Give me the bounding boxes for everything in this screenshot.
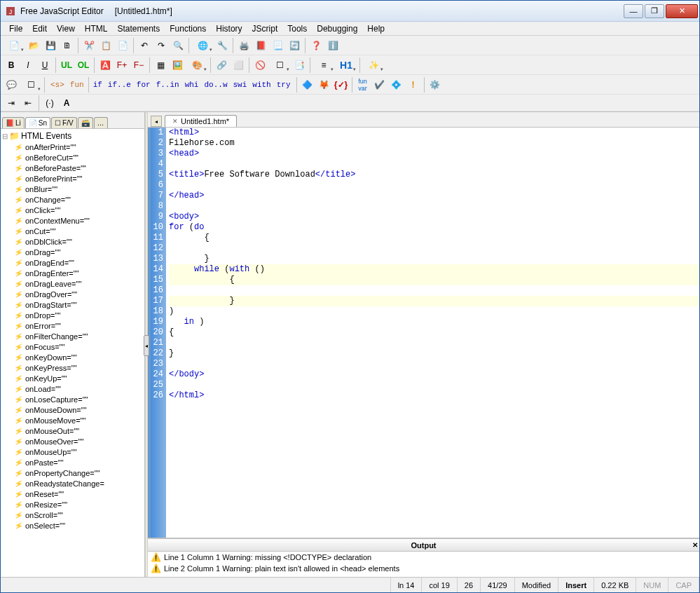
snippet-if[interactable]: if [90, 81, 105, 89]
menu-jscript[interactable]: JScript [248, 23, 282, 34]
sidetab-fv[interactable]: ☐ F/V [51, 117, 77, 128]
close-button[interactable]: ✕ [666, 4, 698, 18]
tree-item[interactable]: ⚡onBlur="" [2, 184, 143, 194]
tree-item[interactable]: ⚡onDragEnter="" [2, 268, 143, 278]
code-line[interactable]: { [169, 233, 699, 243]
tree-item[interactable]: ⚡onAfterPrint="" [2, 142, 143, 152]
save-all-button[interactable]: 🗎 [60, 38, 75, 53]
code-line[interactable]: <head> [169, 149, 699, 159]
sidetab-sn[interactable]: 📄 Sn [25, 117, 50, 128]
code-line[interactable]: for (do [169, 222, 699, 233]
code-line[interactable] [169, 180, 699, 191]
menu-functions[interactable]: Functions [165, 23, 210, 34]
snippet-try[interactable]: try [274, 81, 294, 89]
tree-item[interactable]: ⚡onDblClick="" [2, 236, 143, 247]
tree-item[interactable]: ⚡onMouseMove="" [2, 415, 143, 425]
noscript-button[interactable]: 🚫 [252, 57, 268, 73]
underline-button[interactable]: U [37, 57, 53, 73]
menu-help[interactable]: Help [363, 23, 389, 34]
tree-item[interactable]: ⚡onDrag="" [2, 247, 143, 257]
code-line[interactable]: <body> [169, 212, 699, 222]
link-button[interactable]: 🔗 [214, 57, 229, 73]
menu-view[interactable]: View [53, 23, 79, 34]
menu-file[interactable]: File [5, 23, 27, 34]
tree-item[interactable]: ⚡onMouseOut="" [2, 425, 143, 436]
code-line[interactable]: } [169, 296, 699, 306]
open-file-button[interactable]: 📂 [26, 38, 41, 53]
tree-item[interactable]: ⚡onDragOver="" [2, 289, 143, 299]
code-line[interactable]: <html> [169, 128, 699, 138]
anchor-button[interactable]: ⬜ [231, 57, 246, 73]
tree-item[interactable]: ⚡onPropertyChange="" [2, 468, 143, 478]
tree-item[interactable]: ⚡onKeyPress="" [2, 362, 143, 373]
redo-button[interactable]: ↷ [153, 38, 169, 53]
form-button[interactable]: 📑 [291, 57, 307, 73]
tree-item[interactable]: ⚡onResize="" [2, 499, 143, 510]
snippet-fin[interactable]: f..in [153, 81, 182, 89]
ul-button[interactable]: UL [59, 57, 74, 73]
tree-item[interactable]: ⚡onPaste="" [2, 457, 143, 468]
code-line[interactable]: in ) [169, 317, 699, 327]
tree-item[interactable]: ⚡onMouseOver="" [2, 436, 143, 447]
var-button[interactable]: funvar [355, 77, 371, 93]
tree-item[interactable]: ⚡onScroll="" [2, 510, 143, 520]
page-button[interactable]: 📃 [270, 38, 285, 53]
wand-button[interactable]: ✨ [363, 57, 384, 73]
new-file-button[interactable]: 📄 [4, 38, 25, 53]
output-panel[interactable]: ⚠️ Line 1 Column 1 Warning: missing <!DO… [148, 552, 699, 577]
code-line[interactable] [169, 201, 699, 212]
tree-item[interactable]: ⚡onBeforeCut="" [2, 152, 143, 163]
tree-item[interactable]: ⚡onMouseDown="" [2, 404, 143, 415]
print-button[interactable]: 🖨️ [236, 38, 252, 53]
code-line[interactable]: } [169, 254, 699, 264]
copy-button[interactable]: 📋 [98, 38, 114, 53]
snippet-s[interactable]: <s> [48, 81, 67, 89]
code-line[interactable]: } [169, 348, 699, 359]
info-button[interactable]: ℹ️ [325, 38, 341, 53]
doc-tab[interactable]: ✕ Untitled1.htm* [165, 115, 237, 127]
tree-view[interactable]: ⊟ 📁 HTML Events ⚡onAfterPrint=""⚡onBefor… [1, 129, 144, 577]
code-line[interactable] [169, 338, 699, 348]
check-button[interactable]: ✔️ [372, 77, 387, 93]
menu-history[interactable]: History [212, 23, 246, 34]
output-line[interactable]: ⚠️ Line 1 Column 1 Warning: missing <!DO… [148, 552, 699, 563]
refresh-button[interactable]: 🔄 [287, 38, 302, 53]
menu-statements[interactable]: Statements [114, 23, 165, 34]
book-button[interactable]: 📕 [253, 38, 268, 53]
tree-item[interactable]: ⚡onDrop="" [2, 310, 143, 320]
snippet-for[interactable]: for [134, 81, 153, 89]
tree-item[interactable]: ⚡onError="" [2, 320, 143, 331]
tree-item[interactable]: ⚡onClick="" [2, 205, 143, 215]
sidetab-db[interactable]: 🗃️ [78, 117, 93, 128]
splitter[interactable]: ◂ [145, 112, 148, 577]
code-line[interactable]: ) [169, 306, 699, 317]
warn-button[interactable]: ! [406, 77, 421, 93]
code-line[interactable] [169, 159, 699, 170]
brackets-button[interactable]: (·) [42, 95, 57, 111]
close-tab-icon[interactable]: ✕ [172, 118, 178, 125]
snippet-swi[interactable]: swi [231, 81, 250, 89]
tree-item[interactable]: ⚡onBeforePrint="" [2, 173, 143, 184]
code-line[interactable]: while (with () [169, 264, 699, 275]
indent-button[interactable]: ⇥ [4, 95, 19, 111]
tree-item[interactable]: ⚡onDragEnd="" [2, 257, 143, 268]
snippet-ife[interactable]: if..e [105, 81, 134, 89]
snippet-whi[interactable]: whi [182, 81, 202, 89]
bold-button[interactable]: B [4, 57, 19, 73]
sidetab-more[interactable]: … [94, 117, 108, 128]
output-line[interactable]: ⚠️ Line 2 Column 1 Warning: plain text i… [148, 563, 699, 574]
gear-icon[interactable]: ⚙️ [427, 77, 443, 93]
font-color-button[interactable]: 🅰️ [97, 57, 113, 73]
browser-preview-button[interactable]: 🌐 [192, 38, 213, 53]
font-plus-button[interactable]: F+ [114, 57, 130, 73]
save-button[interactable]: 💾 [43, 38, 58, 53]
ol-button[interactable]: OL [76, 57, 91, 73]
output-close-icon[interactable]: ✕ [692, 541, 698, 549]
code-line[interactable] [169, 380, 699, 390]
tree-item[interactable]: ⚡onFilterChange="" [2, 331, 143, 341]
help-button[interactable]: ❓ [308, 38, 324, 53]
tree-item[interactable]: ⚡onContextMenu="" [2, 215, 143, 226]
tree-item[interactable]: ⚡onDragStart="" [2, 299, 143, 310]
tree-item[interactable]: ⚡onLoad="" [2, 383, 143, 394]
tree-item[interactable]: ⚡onBeforePaste="" [2, 163, 143, 173]
